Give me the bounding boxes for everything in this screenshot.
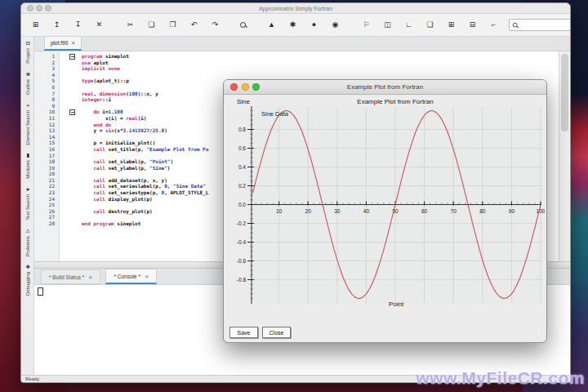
line-number: 14 — [34, 134, 59, 140]
fold-column — [59, 196, 78, 203]
code-text: use aplot — [78, 60, 109, 66]
fold-column — [59, 103, 78, 109]
tab-plot-f90[interactable]: plot.f90 ✕ — [44, 36, 82, 51]
x-tick-label: 60 — [421, 208, 428, 214]
fold-column — [59, 127, 78, 134]
redo-icon[interactable]: ↷ — [209, 21, 221, 29]
y-tick-label: -0.6 — [237, 258, 247, 264]
y-axis-title: Sine — [237, 98, 251, 105]
tab-close-icon[interactable]: ✕ — [71, 40, 75, 46]
x-tick-label: 10 — [276, 208, 283, 214]
code-text: implicit none — [78, 65, 120, 72]
toolbar-icons: ⊞↥↧✕✂❏❐↶↷▲✱●◉⚐◫∟❏⊞⊟⌐ — [29, 21, 509, 29]
code-text: integer::i — [78, 96, 111, 103]
open-file-icon[interactable]: ↥ — [51, 21, 63, 29]
line-number: 4 — [34, 72, 59, 78]
tab-buildstatus[interactable]: * Build Status *✕ — [41, 270, 100, 284]
sidebar-item-modules[interactable]: Modules▮ — [25, 152, 30, 179]
line-number: 19 — [34, 165, 59, 172]
console-tab-close-icon[interactable]: ✕ — [145, 274, 149, 279]
line-number: 27 — [34, 214, 59, 220]
watch-icon[interactable]: ⊟ — [466, 21, 479, 29]
line-number: 7 — [34, 91, 59, 97]
line-number: 26 — [34, 208, 59, 215]
sidebar-item-outline[interactable]: Outline≣ — [25, 71, 30, 95]
options-icon[interactable]: ✱ — [287, 21, 299, 29]
code-text: call set_serieslabel(p, 0, "Sine Data" — [78, 183, 206, 189]
cut-icon[interactable]: ✂ — [124, 21, 136, 29]
text-search-icon: ➤ — [25, 186, 29, 193]
debugging-icon: ❖ — [25, 264, 30, 270]
sidebar-item-element-search[interactable]: Element Search➢ — [25, 102, 30, 145]
scrollbar-thumb[interactable] — [561, 54, 568, 131]
new-file-icon[interactable]: ⊞ — [29, 21, 42, 29]
ide-titlebar[interactable]: Approximatrix Simply Fortran — [21, 3, 570, 14]
line-number: 23 — [34, 189, 59, 196]
save-file-icon[interactable]: ↧ — [72, 21, 84, 29]
line-number: 8 — [34, 96, 59, 103]
fold-column — [59, 220, 78, 227]
launch-debugger-icon[interactable]: ⚐ — [360, 21, 372, 29]
find-icon[interactable] — [240, 22, 247, 29]
fold-column — [59, 189, 78, 196]
fold-column — [59, 214, 78, 220]
code-text — [78, 134, 82, 140]
step-over-icon[interactable]: ∟ — [403, 21, 415, 29]
code-text: call display_plot(p) — [78, 196, 153, 203]
clean-icon[interactable]: ▲ — [265, 21, 278, 29]
code-text: end do — [78, 122, 111, 128]
undo-icon[interactable]: ↶ — [188, 21, 200, 29]
y-tick-label: -0.4 — [237, 239, 247, 245]
sidebar-item-debugging[interactable]: Debugging❖ — [25, 264, 30, 296]
project-icon: ⊡ — [25, 40, 29, 47]
build-and-run-icon[interactable]: ◉ — [329, 21, 341, 29]
fold-column — [59, 158, 78, 165]
code-text: program sineplot — [78, 53, 129, 60]
step-into-icon[interactable]: ❏ — [424, 21, 436, 29]
chart-title: Example Plot from Fortran — [357, 98, 433, 105]
y-tick-label: 0.4 — [238, 164, 246, 170]
line-number: 9 — [34, 103, 59, 109]
close-file-icon[interactable]: ✕ — [93, 21, 105, 29]
breakpoints-icon[interactable]: ◫ — [381, 21, 394, 29]
search-input[interactable] — [520, 21, 571, 29]
fold-column — [59, 165, 78, 172]
x-tick-label: 30 — [334, 208, 341, 214]
line-number: 22 — [34, 183, 59, 189]
toolbar-search[interactable] — [509, 19, 571, 31]
sidebar-item-project[interactable]: Project⊡ — [25, 40, 30, 64]
step-out-icon[interactable]: ⊞ — [445, 21, 457, 29]
console-tab-label: * Console * — [114, 274, 140, 279]
code-text: call set_seriestype(p, 0, APLOT_STYLE_L — [78, 189, 208, 196]
line-number: 5 — [34, 78, 59, 84]
code-line: 3implicit none — [34, 65, 559, 72]
code-text — [78, 214, 82, 220]
code-line: 1program sineplot — [34, 53, 559, 60]
sine-chart: 1020304050607080901000.80.60.40.20.0-0.2… — [224, 94, 545, 341]
line-number: 6 — [34, 84, 59, 91]
problems-icon: ⚠ — [25, 228, 30, 234]
fold-column — [59, 109, 78, 115]
sidebar-item-problems[interactable]: Problems⚠ — [25, 228, 30, 256]
save-button[interactable]: Save — [229, 327, 258, 338]
sidebar-item-label: Element Search — [25, 110, 30, 145]
editor-scrollbar[interactable] — [559, 51, 570, 261]
fold-column — [59, 72, 78, 78]
modules-icon: ▮ — [26, 152, 29, 158]
fold-column — [59, 140, 78, 146]
console-cursor — [38, 287, 43, 296]
status-text: Ready — [25, 376, 39, 381]
code-text: p = initialize_plot() — [78, 140, 155, 146]
tab-console[interactable]: * Console *✕ — [105, 269, 157, 284]
element-search-icon: ➢ — [25, 102, 29, 109]
line-number: 25 — [34, 202, 59, 208]
copy-icon[interactable]: ❏ — [145, 21, 158, 29]
plot-titlebar[interactable]: Example Plot from Fortran — [224, 80, 546, 95]
code-text: call add_dataset(p, x, y) — [78, 177, 167, 184]
build-icon[interactable]: ● — [308, 21, 320, 29]
close-button[interactable]: Close — [262, 327, 291, 338]
sidebar-item-text-search[interactable]: Text Search➤ — [25, 186, 30, 220]
paste-icon[interactable]: ❐ — [167, 21, 179, 29]
stack-icon[interactable]: ⌐ — [488, 21, 500, 29]
console-tab-close-icon[interactable]: ✕ — [88, 274, 92, 280]
